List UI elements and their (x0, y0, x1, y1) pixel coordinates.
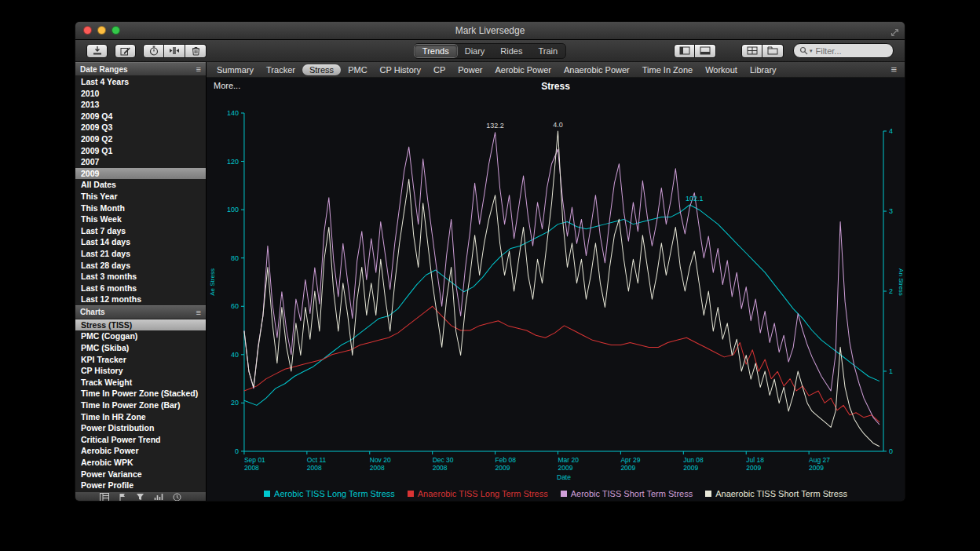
compose-button[interactable] (115, 44, 136, 58)
legend-item-aerobic-tiss-long-term-stress: Aerobic TISS Long Term Stress (264, 489, 395, 498)
chart-item-critical-power-trend[interactable]: Critical Power Trend (75, 434, 206, 446)
chart-item-time-in-power-zone-bar[interactable]: Time In Power Zone (Bar) (75, 400, 206, 411)
daterange-item-2009-q3[interactable]: 2009 Q3 (75, 122, 206, 133)
stopwatch-button[interactable] (143, 44, 164, 58)
trash-icon (192, 46, 200, 56)
chart-item-track-weight[interactable]: Track Weight (75, 377, 206, 389)
chart-item-power-profile[interactable]: Power Profile (75, 480, 206, 491)
daterange-item-2007[interactable]: 2007 (75, 156, 206, 168)
minimize-button[interactable] (97, 26, 106, 35)
clock-icon[interactable] (173, 493, 181, 501)
zoom-button[interactable] (112, 26, 120, 35)
section-header-date-ranges[interactable]: Date Ranges≡ (75, 62, 206, 76)
tab-summary[interactable]: Summary (211, 65, 259, 75)
close-button[interactable] (83, 26, 92, 35)
daterange-item-2009-q2[interactable]: 2009 Q2 (75, 133, 206, 145)
daterange-item-2009-q1[interactable]: 2009 Q1 (75, 145, 206, 157)
daterange-item-last-3-months[interactable]: Last 3 months (75, 271, 206, 283)
daterange-item-2009-q4[interactable]: 2009 Q4 (75, 111, 206, 122)
daterange-item-last-6-months[interactable]: Last 6 months (75, 283, 206, 294)
series-line-anaerobic-tiss-long-term-stress (244, 306, 879, 422)
series-line-anaerobic-tiss-short-term-stress (244, 131, 879, 447)
daterange-item-last-21-days[interactable]: Last 21 days (75, 248, 206, 260)
x-tick-year: 2009 (495, 464, 510, 472)
more-link[interactable]: More... (214, 81, 240, 90)
window-controls (83, 26, 120, 35)
daterange-item-2013[interactable]: 2013 (75, 99, 206, 111)
lowbar-toggle-icon (700, 46, 711, 55)
tab-stress[interactable]: Stress (302, 64, 341, 75)
chart-item-aerobic-power[interactable]: Aerobic Power (75, 445, 206, 457)
window-title: Mark Liversedge (75, 25, 905, 36)
chart-item-stress-tiss[interactable]: Stress (TISS) (75, 319, 206, 331)
trash-button[interactable] (185, 44, 207, 58)
peak-annotation: 132.2 (486, 122, 503, 130)
funnel-icon[interactable] (136, 493, 144, 501)
fullscreen-icon[interactable] (890, 26, 899, 40)
lowbar-toggle-button[interactable] (695, 44, 716, 58)
filter-box: ▾ (793, 43, 894, 58)
chart-bars-icon[interactable] (154, 493, 163, 501)
sidebar-toggle-button[interactable] (674, 44, 695, 58)
chart-item-aerobic-wpk[interactable]: Aerobic WPK (75, 457, 206, 469)
tabbed-view-button[interactable] (762, 44, 784, 58)
chart-legend: Aerobic TISS Long Term StressAnaerobic T… (207, 485, 905, 501)
chart-item-time-in-power-zone-stacked[interactable]: Time In Power Zone (Stacked) (75, 388, 206, 400)
daterange-item-this-year[interactable]: This Year (75, 191, 206, 203)
tab-anaerobic-power[interactable]: Anaerobic Power (558, 65, 635, 75)
chart-item-kpi-tracker[interactable]: KPI Tracker (75, 354, 206, 366)
tab-time-in-zone[interactable]: Time In Zone (637, 65, 698, 75)
tab-cp-history[interactable]: CP History (375, 65, 426, 75)
daterange-item-this-week[interactable]: This Week (75, 213, 206, 225)
legend-item-anaerobic-tiss-long-term-stress: Anaerobic TISS Long Term Stress (408, 489, 548, 498)
daterange-item-last-14-days[interactable]: Last 14 days (75, 236, 206, 248)
intervals-button[interactable] (164, 44, 185, 58)
daterange-item-all-dates[interactable]: All Dates (75, 179, 206, 191)
chart-item-power-distribution[interactable]: Power Distribution (75, 422, 206, 434)
left-tick-label: 40 (231, 351, 239, 359)
sidebar-section-charts: Charts≡Stress (TISS)PMC (Coggan)PMC (Ski… (75, 305, 206, 491)
tab-workout[interactable]: Workout (700, 65, 743, 75)
tab-tracker[interactable]: Tracker (261, 65, 301, 75)
daterange-item-2010[interactable]: 2010 (75, 88, 206, 100)
tiled-view-button[interactable] (741, 44, 762, 58)
daterange-item-last-28-days[interactable]: Last 28 days (75, 260, 206, 272)
x-axis-title: Date (557, 473, 571, 481)
filter-dropdown-caret[interactable]: ▾ (810, 48, 813, 54)
download-button[interactable] (86, 44, 108, 58)
x-tick-label: Dec 30 (433, 456, 454, 464)
tiled-view-icon (747, 46, 758, 55)
stress-chart[interactable]: 02040608010012014001234Sep 012008Oct 112… (207, 93, 905, 485)
daterange-item-this-month[interactable]: This Month (75, 203, 206, 214)
x-tick-label: Sep 01 (244, 456, 265, 464)
titlebar[interactable]: Mark Liversedge (75, 22, 905, 40)
daterange-item-last-4-years[interactable]: Last 4 Years (75, 76, 206, 88)
segment-rides[interactable]: Rides (492, 45, 530, 57)
segment-train[interactable]: Train (530, 45, 565, 57)
chart-item-time-in-hr-zone[interactable]: Time In HR Zone (75, 411, 206, 423)
tab-aerobic-power[interactable]: Aerobic Power (489, 65, 557, 75)
sidebar-footer (75, 491, 206, 501)
compose-icon (120, 46, 130, 56)
chart-item-pmc-coggan[interactable]: PMC (Coggan) (75, 330, 206, 342)
tab-library[interactable]: Library (744, 65, 782, 75)
sidebar-list-icon[interactable] (100, 493, 109, 501)
section-menu-icon[interactable]: ≡ (196, 308, 201, 317)
tab-power[interactable]: Power (452, 65, 488, 75)
segment-diary[interactable]: Diary (457, 45, 493, 57)
flag-icon[interactable] (119, 493, 126, 501)
section-menu-icon[interactable]: ≡ (196, 64, 201, 74)
tab-cp[interactable]: CP (428, 65, 451, 75)
chart-item-cp-history[interactable]: CP History (75, 365, 206, 377)
segment-trends[interactable]: Trends (415, 45, 457, 57)
toolbar: TrendsDiaryRidesTrain ▾ (75, 40, 905, 62)
chart-item-pmc-skiba[interactable]: PMC (Skiba) (75, 342, 206, 354)
daterange-item-2009[interactable]: 2009 (75, 168, 206, 180)
tab-pmc[interactable]: PMC (342, 65, 372, 75)
chart-item-power-variance[interactable]: Power Variance (75, 469, 206, 480)
daterange-item-last-7-days[interactable]: Last 7 days (75, 225, 206, 237)
section-header-charts[interactable]: Charts≡ (75, 305, 206, 319)
filter-input[interactable] (814, 46, 887, 57)
tabbar-menu-icon[interactable]: ≡ (890, 64, 900, 75)
daterange-item-last-12-months[interactable]: Last 12 months (75, 294, 206, 305)
